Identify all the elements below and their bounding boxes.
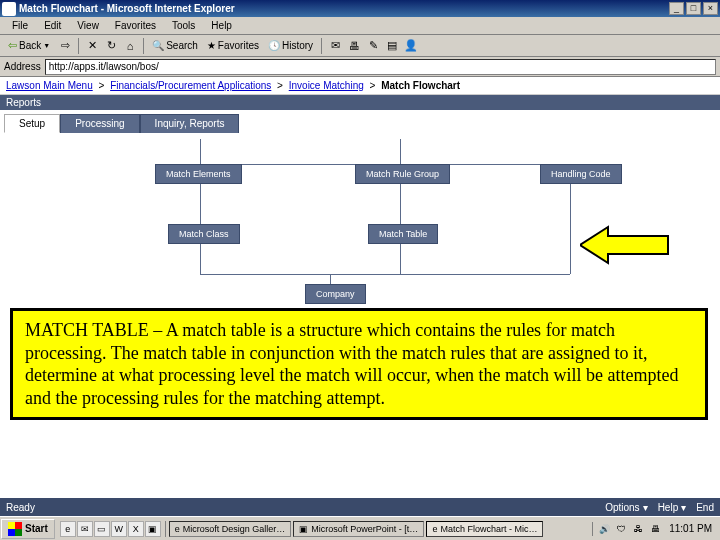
ql-outlook-icon[interactable]: ✉	[77, 521, 93, 537]
start-button[interactable]: Start	[1, 519, 55, 539]
line	[400, 244, 401, 274]
ie-icon: e	[432, 524, 437, 534]
ppt-icon: ▣	[299, 524, 308, 534]
ql-app-icon[interactable]: ▣	[145, 521, 161, 537]
taskbar: Start e ✉ ▭ W X ▣ eMicrosoft Design Gall…	[0, 516, 720, 540]
box-match-table[interactable]: Match Table	[368, 224, 438, 244]
status-help[interactable]: Help ▾	[658, 502, 687, 513]
breadcrumb-link-main[interactable]: Lawson Main Menu	[6, 80, 93, 91]
ql-ie-icon[interactable]: e	[60, 521, 76, 537]
window-buttons: _ □ ×	[669, 2, 718, 15]
toolbar: ⇦ Back ▼ ⇨ ✕ ↻ ⌂ 🔍Search ★Favorites 🕓His…	[0, 35, 720, 57]
breadcrumb: Lawson Main Menu > Financials/Procuremen…	[0, 77, 720, 95]
back-button[interactable]: ⇦ Back ▼	[4, 37, 54, 54]
box-match-elements[interactable]: Match Elements	[155, 164, 242, 184]
edit-button[interactable]: ✎	[365, 38, 381, 54]
task-buttons: eMicrosoft Design Galler… ▣Microsoft Pow…	[166, 521, 592, 537]
tab-processing[interactable]: Processing	[60, 114, 139, 133]
status-left: Ready	[6, 502, 35, 513]
home-button[interactable]: ⌂	[122, 38, 138, 54]
back-arrow-icon: ⇦	[8, 39, 17, 52]
maximize-button[interactable]: □	[686, 2, 701, 15]
print-button[interactable]: 🖶	[346, 38, 362, 54]
callout-text: MATCH TABLE – A match table is a structu…	[25, 320, 679, 408]
line	[570, 184, 571, 224]
menu-edit[interactable]: Edit	[36, 18, 69, 33]
tray-icon[interactable]: 🖧	[631, 522, 645, 536]
messenger-button[interactable]: 👤	[403, 38, 419, 54]
tray-icon[interactable]: 🖶	[648, 522, 662, 536]
menu-help[interactable]: Help	[203, 18, 240, 33]
menu-file[interactable]: File	[4, 18, 36, 33]
clock[interactable]: 11:01 PM	[665, 523, 716, 534]
menu-view[interactable]: View	[69, 18, 107, 33]
start-label: Start	[25, 523, 48, 534]
addressbar: Address	[0, 57, 720, 77]
task-gallery[interactable]: eMicrosoft Design Galler…	[169, 521, 292, 537]
mail-button[interactable]: ✉	[327, 38, 343, 54]
line	[400, 184, 401, 224]
separator	[78, 38, 79, 54]
line	[400, 139, 401, 164]
quicklaunch: e ✉ ▭ W X ▣	[56, 521, 166, 537]
line	[200, 139, 201, 164]
ie-icon	[2, 2, 16, 16]
tray-icon[interactable]: 🛡	[614, 522, 628, 536]
close-button[interactable]: ×	[703, 2, 718, 15]
separator	[321, 38, 322, 54]
task-powerpoint[interactable]: ▣Microsoft PowerPoint - [t…	[293, 521, 424, 537]
box-match-rule-group[interactable]: Match Rule Group	[355, 164, 450, 184]
status-end[interactable]: End	[696, 502, 714, 513]
stop-button[interactable]: ✕	[84, 38, 100, 54]
status-options[interactable]: Options ▾	[605, 502, 647, 513]
ql-excel-icon[interactable]: X	[128, 521, 144, 537]
box-match-class[interactable]: Match Class	[168, 224, 240, 244]
tabs: Setup Processing Inquiry, Reports	[0, 110, 720, 133]
favorites-button[interactable]: ★Favorites	[204, 40, 262, 51]
separator	[143, 38, 144, 54]
ql-desktop-icon[interactable]: ▭	[94, 521, 110, 537]
line	[200, 274, 570, 275]
star-icon: ★	[207, 40, 216, 51]
minimize-button[interactable]: _	[669, 2, 684, 15]
breadcrumb-link-financials[interactable]: Financials/Procurement Applications	[110, 80, 271, 91]
breadcrumb-link-invoice[interactable]: Invoice Matching	[289, 80, 364, 91]
tab-inquiry[interactable]: Inquiry, Reports	[140, 114, 240, 133]
breadcrumb-sep: >	[99, 80, 105, 91]
history-icon: 🕓	[268, 40, 280, 51]
window-title: Match Flowchart - Microsoft Internet Exp…	[19, 3, 669, 14]
menu-tools[interactable]: Tools	[164, 18, 203, 33]
content-area: Setup Processing Inquiry, Reports Match …	[0, 110, 720, 480]
line	[330, 274, 331, 284]
tray-icon[interactable]: 🔊	[597, 522, 611, 536]
system-tray: 🔊 🛡 🖧 🖶 11:01 PM	[592, 522, 720, 536]
windows-logo-icon	[8, 522, 22, 536]
history-button[interactable]: 🕓History	[265, 40, 316, 51]
box-company[interactable]: Company	[305, 284, 366, 304]
search-icon: 🔍	[152, 40, 164, 51]
discuss-button[interactable]: ▤	[384, 38, 400, 54]
task-flowchart[interactable]: eMatch Flowchart - Mic…	[426, 521, 543, 537]
menu-favorites[interactable]: Favorites	[107, 18, 164, 33]
back-label: Back	[19, 40, 41, 51]
address-label: Address	[4, 61, 41, 72]
line	[200, 244, 201, 274]
refresh-button[interactable]: ↻	[103, 38, 119, 54]
search-button[interactable]: 🔍Search	[149, 40, 201, 51]
tab-setup[interactable]: Setup	[4, 114, 60, 133]
ql-word-icon[interactable]: W	[111, 521, 127, 537]
breadcrumb-current: Match Flowchart	[381, 80, 460, 91]
svg-marker-0	[580, 227, 668, 263]
subheader: Reports	[0, 95, 720, 110]
address-input[interactable]	[45, 59, 716, 75]
menubar: File Edit View Favorites Tools Help	[0, 17, 720, 35]
box-handling-code[interactable]: Handling Code	[540, 164, 622, 184]
arrow-callout	[580, 224, 670, 268]
titlebar: Match Flowchart - Microsoft Internet Exp…	[0, 0, 720, 17]
ie-icon: e	[175, 524, 180, 534]
line	[200, 184, 201, 224]
definition-callout: MATCH TABLE – A match table is a structu…	[10, 308, 708, 420]
breadcrumb-sep: >	[370, 80, 376, 91]
breadcrumb-sep: >	[277, 80, 283, 91]
forward-button[interactable]: ⇨	[57, 38, 73, 54]
